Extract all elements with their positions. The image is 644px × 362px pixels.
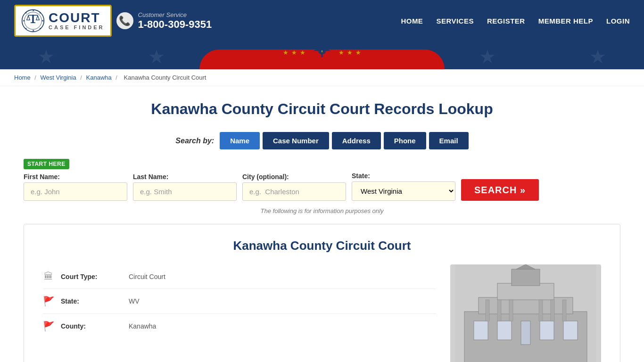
customer-service: 📞 Customer Service 1-800-309-9351 <box>116 11 212 31</box>
logo-court-label: COURT <box>49 11 105 25</box>
search-button[interactable]: SEARCH » <box>461 179 539 201</box>
first-name-group: First Name: <box>24 173 127 201</box>
svg-rect-30 <box>562 300 566 321</box>
state-select[interactable]: West Virginia Alabama Alaska Arizona <box>352 181 455 201</box>
bg-star-5: ★ <box>479 46 496 67</box>
court-card-title: Kanawha County Circuit Court <box>43 239 601 253</box>
start-here-badge: START HERE <box>24 159 69 169</box>
city-label: City (optional): <box>242 173 346 181</box>
city-input[interactable] <box>242 182 346 201</box>
breadcrumb-county[interactable]: Kanawha <box>86 74 112 81</box>
cs-text: Customer Service 1-800-309-9351 <box>138 11 212 31</box>
last-name-group: Last Name: <box>133 173 237 201</box>
page-title: Kanawha County Circuit Court Records Loo… <box>24 100 620 118</box>
stars-right: ★ ★ ★ <box>339 49 361 56</box>
nav-member-help[interactable]: MEMBER HELP <box>538 17 593 25</box>
svg-rect-11 <box>28 15 38 16</box>
phone-icon: 📞 <box>116 12 133 29</box>
tab-address[interactable]: Address <box>332 132 381 149</box>
search-form-area: START HERE First Name: Last Name: City (… <box>24 159 620 201</box>
breadcrumb-sep-3: / <box>116 74 119 81</box>
breadcrumb-current: Kanawha County Circuit Court <box>124 74 206 81</box>
court-info-type: 🏛 Court Type: Circuit Court <box>43 264 436 289</box>
nav-register[interactable]: REGISTER <box>487 17 525 25</box>
bg-star-1: ★ <box>38 46 55 67</box>
star-l3: ★ <box>300 49 305 56</box>
svg-text:★: ★ <box>32 29 34 32</box>
logo-box: ★ ★ ★ ★ ★ ★ ★ ★ COURT CASE FINDER <box>14 5 112 37</box>
svg-rect-20 <box>474 321 488 340</box>
star-l1: ★ <box>283 49 289 56</box>
svg-rect-10 <box>32 15 33 23</box>
last-name-input[interactable] <box>133 182 237 201</box>
search-by-label: Search by: <box>175 137 214 145</box>
court-type-label: Court Type: <box>61 273 122 280</box>
svg-text:★: ★ <box>23 19 25 22</box>
eagle-container: ★ ★ ★ ★ ★ ★ <box>283 44 361 61</box>
svg-rect-22 <box>521 321 530 345</box>
svg-rect-21 <box>497 321 512 340</box>
tab-email[interactable]: Email <box>429 132 469 149</box>
search-bar: Search by: Name Case Number Address Phon… <box>24 132 620 149</box>
court-type-icon: 🏛 <box>43 271 54 282</box>
logo-text: COURT CASE FINDER <box>49 11 105 30</box>
form-row: First Name: Last Name: City (optional): … <box>24 172 620 201</box>
svg-rect-27 <box>509 300 513 321</box>
tab-phone[interactable]: Phone <box>384 132 426 149</box>
last-name-label: Last Name: <box>133 173 237 181</box>
tab-case-number[interactable]: Case Number <box>263 132 329 149</box>
main-content: Kanawha County Circuit Court Records Loo… <box>0 86 644 362</box>
info-note: The following is for information purpose… <box>24 207 620 214</box>
cs-label: Customer Service <box>138 11 212 18</box>
state-icon: 🚩 <box>43 296 54 307</box>
svg-rect-23 <box>540 321 554 340</box>
stars-left: ★ ★ ★ <box>283 49 305 56</box>
stars-banner-inner: ★ ★ ★ ★ ★ ★ ★ ★ ★ ★ ★ <box>0 43 644 69</box>
eagle-icon <box>310 44 334 61</box>
county-icon: 🚩 <box>43 321 54 332</box>
state-field-value: WV <box>129 297 140 305</box>
svg-rect-28 <box>539 300 543 321</box>
svg-rect-24 <box>563 321 578 340</box>
star-l2: ★ <box>291 49 297 56</box>
county-value: Kanawha <box>129 322 156 330</box>
nav-home[interactable]: HOME <box>401 17 423 25</box>
court-card: Kanawha County Circuit Court 🏛 Court Typ… <box>24 224 620 362</box>
court-info-list: 🏛 Court Type: Circuit Court 🚩 State: WV … <box>43 264 436 362</box>
svg-text:★: ★ <box>41 19 44 22</box>
star-r3: ★ <box>355 49 361 56</box>
court-building-svg <box>455 264 596 362</box>
site-header: ★ ★ ★ ★ ★ ★ ★ ★ COURT CASE FINDER 📞 <box>0 0 644 41</box>
state-field-label: State: <box>61 297 122 305</box>
bg-star-6: ★ <box>589 46 606 67</box>
nav-services[interactable]: SERVICES <box>436 17 474 25</box>
logo-area: ★ ★ ★ ★ ★ ★ ★ ★ COURT CASE FINDER 📞 <box>14 5 212 37</box>
svg-rect-12 <box>31 22 35 23</box>
state-group: State: West Virginia Alabama Alaska Ariz… <box>352 172 455 201</box>
first-name-input[interactable] <box>24 182 127 201</box>
first-name-label: First Name: <box>24 173 127 181</box>
svg-rect-25 <box>486 300 489 321</box>
breadcrumb-home[interactable]: Home <box>14 74 31 81</box>
cs-phone-number: 1-800-309-9351 <box>138 18 212 31</box>
tab-name[interactable]: Name <box>220 132 260 149</box>
nav-login[interactable]: LOGIN <box>606 17 630 25</box>
breadcrumb-state[interactable]: West Virginia <box>41 74 76 81</box>
logo-emblem-icon: ★ ★ ★ ★ ★ ★ ★ ★ <box>21 9 45 33</box>
main-nav: HOME SERVICES REGISTER MEMBER HELP LOGIN <box>401 17 630 25</box>
breadcrumb-sep-2: / <box>80 74 83 81</box>
county-label: County: <box>61 322 122 330</box>
breadcrumb-sep-1: / <box>34 74 38 81</box>
court-info-county: 🚩 County: Kanawha <box>43 314 436 338</box>
city-group: City (optional): <box>242 173 346 201</box>
court-info-state: 🚩 State: WV <box>43 289 436 314</box>
state-label: State: <box>352 172 455 180</box>
court-image <box>450 264 601 362</box>
court-type-value: Circuit Court <box>129 273 165 280</box>
svg-marker-19 <box>516 264 535 269</box>
bg-star-2: ★ <box>148 46 165 67</box>
svg-rect-18 <box>512 269 540 286</box>
svg-rect-26 <box>497 300 501 321</box>
star-r1: ★ <box>339 49 344 56</box>
svg-text:★: ★ <box>32 9 34 12</box>
